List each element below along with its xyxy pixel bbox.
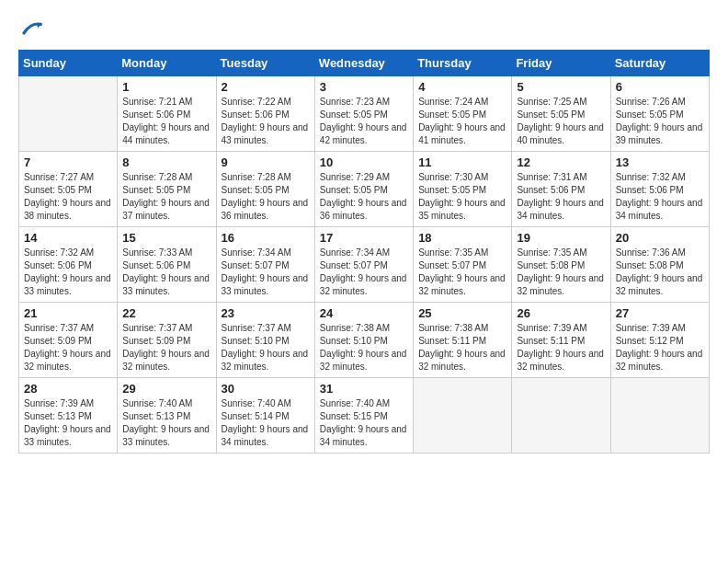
day-info: Sunrise: 7:39 AMSunset: 5:11 PMDaylight:… — [517, 322, 605, 373]
day-number: 21 — [24, 306, 112, 320]
calendar-cell — [414, 378, 512, 454]
day-info: Sunrise: 7:39 AMSunset: 5:12 PMDaylight:… — [616, 322, 704, 373]
day-info: Sunrise: 7:40 AMSunset: 5:14 PMDaylight:… — [222, 397, 310, 449]
day-number: 14 — [24, 231, 112, 245]
calendar-cell: 29Sunrise: 7:40 AMSunset: 5:13 PMDayligh… — [118, 378, 216, 454]
calendar-cell: 5Sunrise: 7:25 AMSunset: 5:05 PMDaylight… — [512, 76, 610, 152]
calendar-cell: 2Sunrise: 7:22 AMSunset: 5:06 PMDaylight… — [216, 76, 314, 152]
day-info: Sunrise: 7:33 AMSunset: 5:06 PMDaylight:… — [122, 247, 210, 298]
day-info: Sunrise: 7:39 AMSunset: 5:13 PMDaylight:… — [24, 397, 112, 449]
calendar-header-row: SundayMondayTuesdayWednesdayThursdayFrid… — [19, 51, 710, 76]
calendar-cell: 25Sunrise: 7:38 AMSunset: 5:11 PMDayligh… — [414, 303, 512, 378]
day-number: 28 — [24, 382, 112, 396]
calendar-cell: 7Sunrise: 7:27 AMSunset: 5:05 PMDaylight… — [19, 152, 118, 227]
day-info: Sunrise: 7:21 AMSunset: 5:06 PMDaylight:… — [122, 96, 210, 147]
day-info: Sunrise: 7:37 AMSunset: 5:09 PMDaylight:… — [24, 322, 112, 373]
day-number: 17 — [320, 231, 408, 245]
day-number: 24 — [320, 306, 408, 320]
day-info: Sunrise: 7:40 AMSunset: 5:15 PMDaylight:… — [320, 397, 408, 449]
calendar-header-wednesday: Wednesday — [314, 51, 413, 76]
calendar-cell: 10Sunrise: 7:29 AMSunset: 5:05 PMDayligh… — [314, 152, 413, 227]
calendar-cell: 1Sunrise: 7:21 AMSunset: 5:06 PMDaylight… — [118, 76, 216, 152]
day-info: Sunrise: 7:30 AMSunset: 5:05 PMDaylight:… — [418, 171, 506, 223]
calendar-table: SundayMondayTuesdayWednesdayThursdayFrid… — [18, 50, 710, 454]
day-info: Sunrise: 7:40 AMSunset: 5:13 PMDaylight:… — [122, 397, 210, 449]
day-info: Sunrise: 7:36 AMSunset: 5:08 PMDaylight:… — [616, 247, 704, 298]
calendar-cell: 18Sunrise: 7:35 AMSunset: 5:07 PMDayligh… — [414, 227, 512, 303]
calendar-cell: 15Sunrise: 7:33 AMSunset: 5:06 PMDayligh… — [118, 227, 216, 303]
calendar-cell: 26Sunrise: 7:39 AMSunset: 5:11 PMDayligh… — [512, 303, 610, 378]
day-number: 22 — [122, 306, 210, 320]
day-info: Sunrise: 7:35 AMSunset: 5:08 PMDaylight:… — [517, 247, 605, 298]
day-number: 2 — [222, 80, 310, 94]
day-info: Sunrise: 7:31 AMSunset: 5:06 PMDaylight:… — [517, 171, 605, 223]
day-info: Sunrise: 7:32 AMSunset: 5:06 PMDaylight:… — [24, 247, 112, 298]
calendar-cell: 4Sunrise: 7:24 AMSunset: 5:05 PMDaylight… — [414, 76, 512, 152]
calendar-cell: 12Sunrise: 7:31 AMSunset: 5:06 PMDayligh… — [512, 152, 610, 227]
day-number: 16 — [222, 231, 310, 245]
calendar-cell: 31Sunrise: 7:40 AMSunset: 5:15 PMDayligh… — [314, 378, 413, 454]
day-number: 25 — [418, 306, 506, 320]
calendar-cell — [512, 378, 610, 454]
day-info: Sunrise: 7:34 AMSunset: 5:07 PMDaylight:… — [222, 247, 310, 298]
day-number: 4 — [418, 80, 506, 94]
day-number: 12 — [517, 155, 605, 169]
day-info: Sunrise: 7:22 AMSunset: 5:06 PMDaylight:… — [222, 96, 310, 147]
day-info: Sunrise: 7:29 AMSunset: 5:05 PMDaylight:… — [320, 171, 408, 223]
day-info: Sunrise: 7:37 AMSunset: 5:10 PMDaylight:… — [222, 322, 310, 373]
calendar-header-sunday: Sunday — [19, 51, 118, 76]
day-number: 31 — [320, 382, 408, 396]
calendar-cell: 30Sunrise: 7:40 AMSunset: 5:14 PMDayligh… — [216, 378, 314, 454]
calendar-cell: 14Sunrise: 7:32 AMSunset: 5:06 PMDayligh… — [19, 227, 118, 303]
day-number: 23 — [222, 306, 310, 320]
calendar-cell — [19, 76, 118, 152]
day-number: 5 — [517, 80, 605, 94]
calendar-cell: 28Sunrise: 7:39 AMSunset: 5:13 PMDayligh… — [19, 378, 118, 454]
day-number: 15 — [122, 231, 210, 245]
day-info: Sunrise: 7:23 AMSunset: 5:05 PMDaylight:… — [320, 96, 408, 147]
day-number: 20 — [616, 231, 704, 245]
day-number: 1 — [122, 80, 210, 94]
calendar-header-saturday: Saturday — [610, 51, 709, 76]
day-info: Sunrise: 7:38 AMSunset: 5:11 PMDaylight:… — [418, 322, 506, 373]
day-number: 10 — [320, 155, 408, 169]
day-info: Sunrise: 7:24 AMSunset: 5:05 PMDaylight:… — [418, 96, 506, 147]
day-number: 11 — [418, 155, 506, 169]
calendar-header-tuesday: Tuesday — [216, 51, 314, 76]
day-number: 13 — [616, 155, 704, 169]
day-number: 26 — [517, 306, 605, 320]
day-info: Sunrise: 7:28 AMSunset: 5:05 PMDaylight:… — [122, 171, 210, 223]
calendar-header-monday: Monday — [118, 51, 216, 76]
calendar-week-4: 21Sunrise: 7:37 AMSunset: 5:09 PMDayligh… — [19, 303, 710, 378]
calendar-cell: 23Sunrise: 7:37 AMSunset: 5:10 PMDayligh… — [216, 303, 314, 378]
calendar-cell: 24Sunrise: 7:38 AMSunset: 5:10 PMDayligh… — [314, 303, 413, 378]
logo — [18, 18, 42, 40]
calendar-cell: 21Sunrise: 7:37 AMSunset: 5:09 PMDayligh… — [19, 303, 118, 378]
calendar-week-5: 28Sunrise: 7:39 AMSunset: 5:13 PMDayligh… — [19, 378, 710, 454]
calendar-cell — [610, 378, 709, 454]
calendar-week-2: 7Sunrise: 7:27 AMSunset: 5:05 PMDaylight… — [19, 152, 710, 227]
day-number: 6 — [616, 80, 704, 94]
calendar-cell: 3Sunrise: 7:23 AMSunset: 5:05 PMDaylight… — [314, 76, 413, 152]
calendar-header-thursday: Thursday — [414, 51, 512, 76]
day-info: Sunrise: 7:27 AMSunset: 5:05 PMDaylight:… — [24, 171, 112, 223]
day-number: 3 — [320, 80, 408, 94]
day-info: Sunrise: 7:34 AMSunset: 5:07 PMDaylight:… — [320, 247, 408, 298]
day-info: Sunrise: 7:38 AMSunset: 5:10 PMDaylight:… — [320, 322, 408, 373]
day-info: Sunrise: 7:32 AMSunset: 5:06 PMDaylight:… — [616, 171, 704, 223]
day-info: Sunrise: 7:28 AMSunset: 5:05 PMDaylight:… — [222, 171, 310, 223]
day-number: 18 — [418, 231, 506, 245]
logo-icon — [20, 18, 42, 40]
calendar-cell: 27Sunrise: 7:39 AMSunset: 5:12 PMDayligh… — [610, 303, 709, 378]
calendar-cell: 9Sunrise: 7:28 AMSunset: 5:05 PMDaylight… — [216, 152, 314, 227]
calendar-week-3: 14Sunrise: 7:32 AMSunset: 5:06 PMDayligh… — [19, 227, 710, 303]
day-number: 19 — [517, 231, 605, 245]
calendar-cell: 13Sunrise: 7:32 AMSunset: 5:06 PMDayligh… — [610, 152, 709, 227]
day-number: 8 — [122, 155, 210, 169]
day-number: 29 — [122, 382, 210, 396]
calendar-cell: 16Sunrise: 7:34 AMSunset: 5:07 PMDayligh… — [216, 227, 314, 303]
calendar-cell: 8Sunrise: 7:28 AMSunset: 5:05 PMDaylight… — [118, 152, 216, 227]
day-number: 9 — [222, 155, 310, 169]
day-info: Sunrise: 7:26 AMSunset: 5:05 PMDaylight:… — [616, 96, 704, 147]
day-number: 7 — [24, 155, 112, 169]
